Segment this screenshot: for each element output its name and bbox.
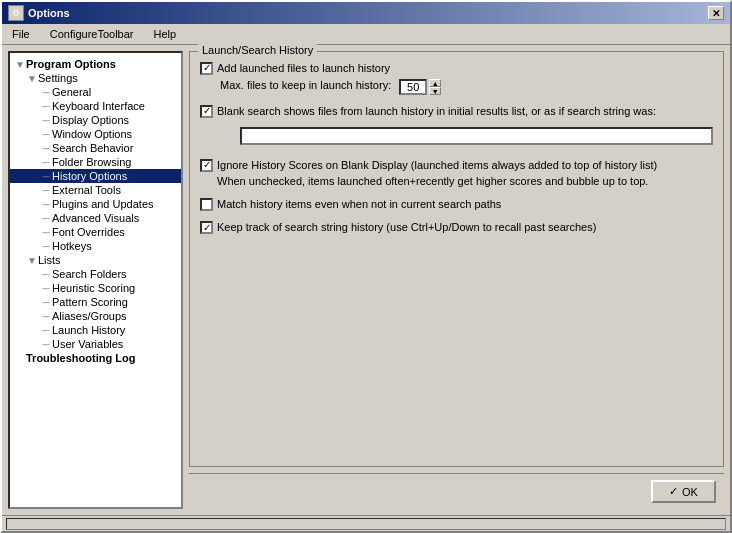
content-area: ▼ Program Options ▼ Settings ─ General ─… <box>2 45 730 515</box>
status-panel <box>6 518 726 530</box>
title-bar-left: ⚙ Options <box>8 5 70 21</box>
tree-item-settings[interactable]: ▼ Settings <box>10 71 181 85</box>
connector: ─ <box>40 227 52 238</box>
checkbox-keep-track[interactable] <box>200 221 213 234</box>
tree-item-window-options[interactable]: ─ Window Options <box>10 127 181 141</box>
tree-panel: ▼ Program Options ▼ Settings ─ General ─… <box>8 51 183 509</box>
tree-label: Search Behavior <box>52 142 133 154</box>
tree-item-program-options[interactable]: ▼ Program Options <box>10 57 181 71</box>
connector: ─ <box>40 241 52 252</box>
blank-search-text-input[interactable] <box>240 127 713 145</box>
connector: ─ <box>40 213 52 224</box>
tree-label: External Tools <box>52 184 121 196</box>
connector: ─ <box>40 157 52 168</box>
checkbox-add-launched[interactable] <box>200 62 213 75</box>
checkbox-keep-track-wrap: Keep track of search string history (use… <box>200 220 596 234</box>
label-ignore-history: Ignore History Scores on Blank Display (… <box>217 158 657 172</box>
menu-help[interactable]: Help <box>148 26 183 42</box>
bottom-bar: ✓ OK <box>189 473 724 509</box>
main-panel: Launch/Search History Add launched files… <box>189 51 724 509</box>
close-button[interactable]: ✕ <box>708 6 724 20</box>
tree-item-external-tools[interactable]: ─ External Tools <box>10 183 181 197</box>
connector: ─ <box>40 115 52 126</box>
tree-item-folder-browsing[interactable]: ─ Folder Browsing <box>10 155 181 169</box>
tree-label: Settings <box>38 72 78 84</box>
connector: ▼ <box>14 59 26 70</box>
label-ignore-history-sub: When unchecked, items launched often+rec… <box>217 174 657 188</box>
tree-label: Window Options <box>52 128 132 140</box>
connector: ─ <box>40 199 52 210</box>
label-blank-search: Blank search shows files from launch his… <box>217 104 656 118</box>
group-box-launch-history: Launch/Search History Add launched files… <box>189 51 724 467</box>
label-match-history: Match history items even when not in cur… <box>217 197 501 211</box>
tree-label: General <box>52 86 91 98</box>
option-row-blank-search: Blank search shows files from launch his… <box>200 103 713 118</box>
tree-label: Search Folders <box>52 268 127 280</box>
ok-label: OK <box>682 486 698 498</box>
tree-item-search-behavior[interactable]: ─ Search Behavior <box>10 141 181 155</box>
tree-label: History Options <box>52 170 127 182</box>
window-title: Options <box>28 7 70 19</box>
checkbox-blank-search[interactable] <box>200 105 213 118</box>
group-title: Launch/Search History <box>198 44 317 56</box>
tree-label: Display Options <box>52 114 129 126</box>
spin-buttons: ▲ ▼ <box>429 79 441 95</box>
connector: ─ <box>40 283 52 294</box>
title-bar: ⚙ Options ✕ <box>2 2 730 24</box>
tree-label: Program Options <box>26 58 116 70</box>
checkbox-match-history[interactable] <box>200 198 213 211</box>
connector: ─ <box>40 311 52 322</box>
tree-item-general[interactable]: ─ General <box>10 85 181 99</box>
status-bar <box>2 515 730 531</box>
tree-item-advanced-visuals[interactable]: ─ Advanced Visuals <box>10 211 181 225</box>
ignore-history-text: Ignore History Scores on Blank Display (… <box>217 158 657 189</box>
tree-label: Keyboard Interface <box>52 100 145 112</box>
label-keep-track: Keep track of search string history (use… <box>217 220 596 234</box>
tree-item-font-overrides[interactable]: ─ Font Overrides <box>10 225 181 239</box>
connector: ─ <box>40 143 52 154</box>
checkbox-blank-search-wrap: Blank search shows files from launch his… <box>200 104 656 118</box>
tree-label: Launch History <box>52 324 125 336</box>
options-window: ⚙ Options ✕ File ConfigureToolbar Help ▼… <box>0 0 732 533</box>
tree-item-user-variables[interactable]: ─ User Variables <box>10 337 181 351</box>
tree-label: Troubleshooting Log <box>26 352 135 364</box>
tree-item-search-folders[interactable]: ─ Search Folders <box>10 267 181 281</box>
connector: ─ <box>40 339 52 350</box>
spin-down-button[interactable]: ▼ <box>429 87 441 95</box>
tree-item-pattern-scoring[interactable]: ─ Pattern Scoring <box>10 295 181 309</box>
label-max-files: Max. files to keep in launch history: <box>220 79 391 91</box>
window-icon: ⚙ <box>8 5 24 21</box>
tree-item-history-options[interactable]: ─ History Options <box>10 169 181 183</box>
spinbox-input-max-files[interactable] <box>399 79 427 95</box>
tree-label: Folder Browsing <box>52 156 131 168</box>
ok-button[interactable]: ✓ OK <box>651 480 716 503</box>
tree-label: Advanced Visuals <box>52 212 139 224</box>
tree-label: Plugins and Updates <box>52 198 154 210</box>
tree-item-heuristic-scoring[interactable]: ─ Heuristic Scoring <box>10 281 181 295</box>
connector: ─ <box>40 297 52 308</box>
spin-up-button[interactable]: ▲ <box>429 79 441 87</box>
menu-file[interactable]: File <box>6 26 36 42</box>
checkbox-ignore-history[interactable] <box>200 159 213 172</box>
menu-configure-toolbar[interactable]: ConfigureToolbar <box>44 26 140 42</box>
tree-item-launch-history[interactable]: ─ Launch History <box>10 323 181 337</box>
tree-item-lists[interactable]: ▼ Lists <box>10 253 181 267</box>
tree-item-hotkeys[interactable]: ─ Hotkeys <box>10 239 181 253</box>
connector: ─ <box>40 171 52 182</box>
tree-label: Heuristic Scoring <box>52 282 135 294</box>
tree-item-aliases-groups[interactable]: ─ Aliases/Groups <box>10 309 181 323</box>
tree-item-display-options[interactable]: ─ Display Options <box>10 113 181 127</box>
tree-item-plugins-updates[interactable]: ─ Plugins and Updates <box>10 197 181 211</box>
tree-label: Hotkeys <box>52 240 92 252</box>
connector: ─ <box>40 101 52 112</box>
option-row-ignore-history: Ignore History Scores on Blank Display (… <box>200 157 713 189</box>
tree-label: Pattern Scoring <box>52 296 128 308</box>
menu-bar: File ConfigureToolbar Help <box>2 24 730 45</box>
tree-item-keyboard-interface[interactable]: ─ Keyboard Interface <box>10 99 181 113</box>
option-row-max-files: Max. files to keep in launch history: ▲ … <box>200 79 713 95</box>
tree-item-troubleshooting-log[interactable]: Troubleshooting Log <box>10 351 181 365</box>
tree-label: Font Overrides <box>52 226 125 238</box>
connector: ─ <box>40 269 52 280</box>
checkbox-match-history-wrap: Match history items even when not in cur… <box>200 197 501 211</box>
option-row-match-history: Match history items even when not in cur… <box>200 196 713 211</box>
